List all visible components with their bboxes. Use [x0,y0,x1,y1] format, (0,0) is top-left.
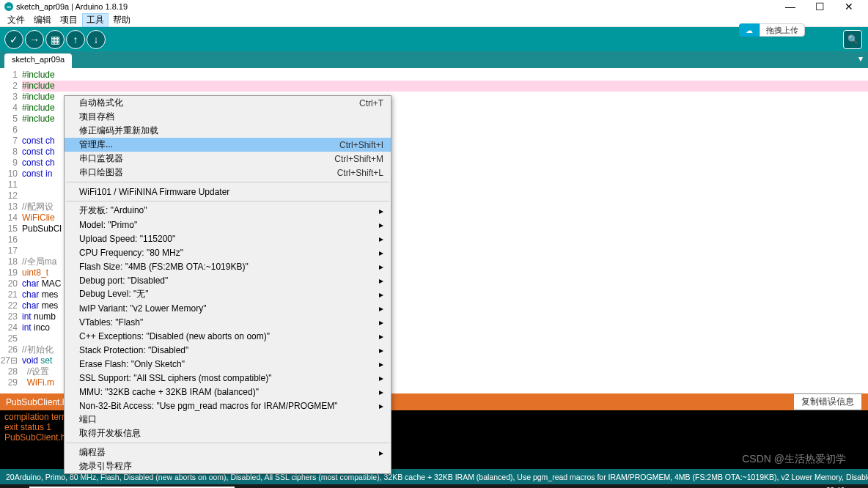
save-button[interactable]: ↓ [87,30,106,49]
tab-sketch[interactable]: sketch_apr09a [4,53,72,68]
dd-board[interactable]: 开发板: "Arduino"▸ [65,204,391,218]
dd-port[interactable]: 端口 [65,413,391,426]
dd-cpu-freq[interactable]: CPU Frequency: "80 MHz"▸ [65,245,391,259]
dd-burn[interactable]: 烧录引导程序 [65,459,391,473]
dd-mmu[interactable]: MMU: "32KB cache + 32KB IRAM (balanced)"… [65,385,391,399]
serial-monitor-button[interactable]: 🔍 [843,30,862,49]
edge-icon[interactable]: ◉ [321,484,349,488]
dd-programmer[interactable]: 编程器▸ [65,446,391,459]
new-button[interactable]: ▦ [45,30,65,49]
cloud-icon: ☁ [739,23,760,37]
dd-serial-plotter[interactable]: 串口绘图器Ctrl+Shift+L [65,166,391,180]
maximize-button[interactable]: ☐ [805,1,834,12]
menubar: 文件 编辑 项目 工具 帮助 [0,13,868,27]
dd-ssl[interactable]: SSL Support: "All SSL ciphers (most comp… [65,371,391,385]
minimize-button[interactable]: — [776,1,805,12]
dd-erase[interactable]: Erase Flash: "Only Sketch"▸ [65,357,391,371]
menu-tools[interactable]: 工具 [82,13,108,27]
dd-serial-monitor[interactable]: 串口监视器Ctrl+Shift+M [65,152,391,166]
start-button[interactable] [0,484,29,488]
dd-non32[interactable]: Non-32-Bit Access: "Use pgm_read macros … [65,399,391,413]
upload-button[interactable]: → [25,30,44,49]
window-title: sketch_apr09a | Arduino 1.8.19 [16,2,128,11]
dd-model[interactable]: Model: "Primo"▸ [65,218,391,232]
menu-edit[interactable]: 编辑 [29,13,56,27]
explorer-icon[interactable]: 📁 [265,484,293,488]
verify-button[interactable]: ✓ [4,30,23,49]
wechat-icon[interactable]: ● [293,484,321,488]
dd-stack[interactable]: Stack Protection: "Disabled"▸ [65,343,391,357]
dd-exceptions[interactable]: C++ Exceptions: "Disabled (new aborts on… [65,329,391,343]
open-button[interactable]: ↑ [66,30,85,49]
tabbar: sketch_apr09a ▾ [0,51,868,68]
toolbar: ✓ → ▦ ↑ ↓ ☁ 拖拽上传 🔍 [0,27,868,51]
dd-upload-speed[interactable]: Upload Speed: "115200"▸ [65,232,391,245]
status-label: PubSubClient.h : [6,397,72,407]
cloud-upload-pill[interactable]: ☁ 拖拽上传 [739,23,805,37]
window-titlebar: ∞ sketch_apr09a | Arduino 1.8.19 — ☐ ✕ [0,0,868,13]
app-icon-2[interactable]: ◆ [377,484,405,488]
tab-menu-button[interactable]: ▾ [853,53,868,68]
dd-lwip[interactable]: lwIP Variant: "v2 Lower Memory"▸ [65,301,391,315]
dd-vtables[interactable]: VTables: "Flash"▸ [65,315,391,329]
arduino-icon: ∞ [4,2,13,11]
line-gutter: 12345 678910 1112131415 1617181920 21222… [0,68,22,393]
arduino-taskbar-icon[interactable]: ∞ [433,484,460,488]
tools-dropdown: 自动格式化Ctrl+T 项目存档 修正编码并重新加载 管理库...Ctrl+Sh… [64,95,391,474]
dd-wifi-updater[interactable]: WiFi101 / WiFiNINA Firmware Updater [65,185,391,199]
dd-debug-port[interactable]: Debug port: "Disabled"▸ [65,273,391,287]
cloud-upload-label: 拖拽上传 [760,23,805,37]
app-icon[interactable]: ▮ [349,484,377,488]
taskview-icon[interactable]: ⊞ [238,484,265,488]
dd-flash-size[interactable]: Flash Size: "4MB (FS:2MB OTA:~1019KB)"▸ [65,259,391,273]
menu-file[interactable]: 文件 [3,13,29,27]
dd-fix-encoding[interactable]: 修正编码并重新加载 [65,124,391,138]
menu-help[interactable]: 帮助 [108,13,135,27]
footer-left: 20 [6,473,15,481]
close-button[interactable]: ✕ [834,1,864,12]
dd-manage-libraries[interactable]: 管理库...Ctrl+Shift+I [65,138,391,152]
wps-icon[interactable]: W [405,484,433,488]
dd-debug-level[interactable]: Debug Level: "无"▸ [65,287,391,301]
dd-archive[interactable]: 项目存档 [65,110,391,124]
dd-auto-format[interactable]: 自动格式化Ctrl+T [65,96,391,110]
editor[interactable]: 12345 678910 1112131415 1617181920 21222… [0,68,868,393]
windows-taskbar: 🔍 在这里输入你要搜索的内容 ⊞ 📁 ● ◉ ▮ ◆ W ∞ CSDN @生活热… [0,484,868,488]
copy-error-button[interactable]: 复制错误信息 [793,393,862,410]
menu-sketch[interactable]: 项目 [56,13,82,27]
dd-board-info[interactable]: 取得开发板信息 [65,426,391,440]
